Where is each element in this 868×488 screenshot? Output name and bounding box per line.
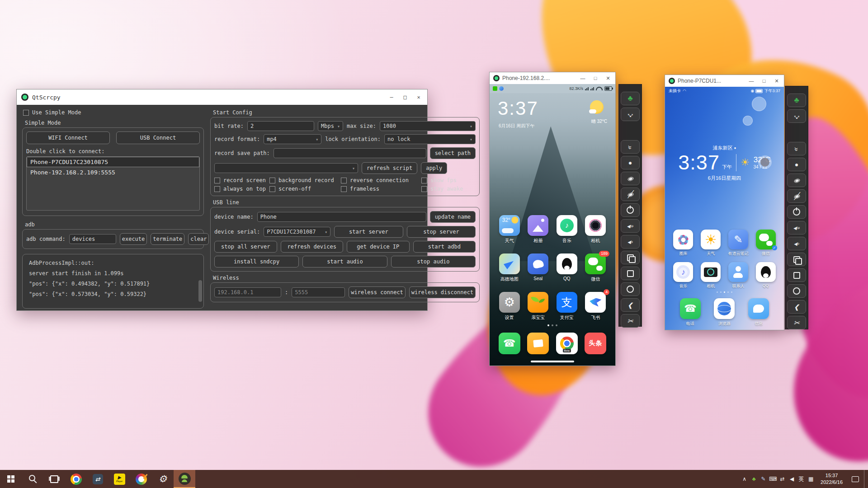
menu-button[interactable] [621,267,640,280]
expand-notification-button[interactable] [787,142,806,155]
checkbox-record-screen[interactable]: record screen [214,177,267,183]
device-list-item[interactable]: Phone-192.168.2.109:5555 [27,167,199,178]
app-Seal[interactable]: Seal [524,253,553,292]
script-combo[interactable]: ▾ [214,163,358,173]
screen-on-button[interactable] [787,174,806,187]
screen-on-button[interactable] [621,172,640,185]
app-toutiao[interactable]: 头条 [581,333,610,360]
close-button[interactable]: ✕ [770,76,783,86]
app-音乐[interactable]: 音乐 [552,215,581,253]
volume-up-button[interactable] [787,221,806,235]
app-图库[interactable]: 图库 [670,230,697,262]
stop-server-button[interactable]: stop server [407,226,476,238]
taskbar-start-button[interactable] [0,470,22,488]
app-天气[interactable]: 32°天气 [495,215,524,253]
tray-pen-icon[interactable]: ✎ [759,476,768,482]
minimize-button[interactable]: — [385,91,398,103]
screen-off-button[interactable] [621,188,640,201]
checkbox-frameless[interactable]: frameless [341,186,419,192]
home-button[interactable] [621,282,640,296]
app-天气[interactable]: 天气 [697,230,725,262]
device-name-input[interactable] [257,212,426,222]
checkbox-stay-awake[interactable]: stay awake [421,186,476,192]
wireless-connect-button[interactable]: wireless connect [349,286,406,298]
taskbar-search-button[interactable] [22,470,43,488]
app-chrome[interactable]: Beta [552,333,581,360]
phone1-titlebar[interactable]: Phone-192.168.2.... — □ ✕ [490,72,615,84]
refresh-script-button[interactable]: refresh script [362,162,417,174]
clear-button[interactable]: clear [188,233,209,245]
app-switch-button[interactable] [787,253,806,266]
ime-grid-icon[interactable]: ▦ [806,476,816,482]
volume-down-button[interactable] [621,235,640,249]
taskbar-potplayer-button[interactable]: Player [108,470,130,488]
taskbar-chrome-button[interactable] [65,470,87,488]
install-sndcpy-button[interactable]: install sndcpy [214,256,299,267]
group-control-button[interactable] [621,92,640,105]
refresh-devices-button[interactable]: refresh devices [281,241,344,253]
use-simple-mode-checkbox[interactable]: Use Simple Mode [23,109,204,116]
app-微信[interactable]: 189微信 [581,253,610,292]
app-微信[interactable]: ✓微信 [752,230,779,262]
phone2-titlebar[interactable]: Phone-P7CDU1... — □ ✕ [665,75,784,87]
update-name-button[interactable]: update name [430,211,476,223]
wireless-disconnect-button[interactable]: wireless disconnect [409,286,476,298]
lock-orientation-combo[interactable]: no lock ▾ [384,134,476,144]
tray-app-green-icon[interactable]: ♣ [749,476,759,482]
terminate-button[interactable]: terminate [151,233,184,245]
get-device-IP-button[interactable]: get device IP [347,241,410,253]
checkbox-always-on-top[interactable]: always on top [214,186,267,192]
checkbox-reverse-connection[interactable]: reverse connection [341,177,419,183]
app-switch-button[interactable] [621,251,640,264]
device-list[interactable]: Phone-P7CDU17C23010875Phone-192.168.2.10… [26,156,200,211]
assistive-ball[interactable] [758,155,772,169]
app-音乐[interactable]: 音乐 [670,262,697,295]
minimize-button[interactable]: — [576,73,589,83]
max-size-combo[interactable]: 1080 ▾ [380,121,476,131]
taskbar-task-view-button[interactable] [43,470,65,488]
action-center-icon[interactable] [848,476,863,482]
wifi-connect-button[interactable]: WIFI Connect [26,131,110,144]
checkbox-show-fps[interactable]: show fps [421,177,476,183]
taskbar-qtscrcpy-button[interactable] [174,470,195,488]
select-path-button[interactable]: select path [430,147,476,159]
tray-network-icon[interactable]: ⇄ [778,476,787,482]
maximize-button[interactable]: □ [398,91,412,103]
maximize-button[interactable]: □ [589,73,602,83]
scrollbar-thumb[interactable] [198,280,202,302]
taskbar-clock[interactable]: 15:37 2022/6/16 [816,472,847,486]
close-button[interactable]: ✕ [602,73,614,83]
record-save-path-input[interactable] [274,148,426,158]
full-screen-button[interactable] [621,108,640,121]
app-相机[interactable]: 相机 [697,262,725,295]
volume-down-button[interactable] [787,237,806,250]
power-button[interactable] [621,203,640,217]
apply-button[interactable]: apply [421,162,447,174]
app-信息[interactable]: 信息 [741,298,776,327]
back-button[interactable] [787,300,806,314]
screen-shot-button[interactable] [621,314,640,328]
hidden-icons-icon[interactable]: ∧ [740,476,749,482]
wireless-port-input[interactable] [292,287,345,297]
power-button[interactable] [787,205,806,219]
stop-audio-button[interactable]: stop audio [391,256,476,267]
tray-keyboard-icon[interactable]: ⌨ [768,476,778,482]
record-format-combo[interactable]: mp4 ▾ [264,134,321,144]
show-desktop-button[interactable] [864,470,867,488]
app-相机[interactable]: 相机 [581,215,610,253]
usb-connect-button[interactable]: USB Connect [116,131,200,144]
start-adbd-button[interactable]: start adbd [413,241,476,253]
bit-rate-input[interactable] [247,121,314,131]
maximize-button[interactable]: □ [758,76,770,86]
taskbar-settings-button[interactable] [152,470,174,488]
touch-button[interactable] [787,158,806,171]
app-电话[interactable]: 电话 [673,298,708,327]
app-浏览器[interactable]: 浏览器 [708,298,742,327]
screen-off-button[interactable] [787,189,806,203]
execute-button[interactable]: execute [120,233,147,245]
checkbox-screen-off[interactable]: screen-off [269,186,338,192]
tray-volume-icon[interactable]: ◀ [787,476,797,482]
volume-up-button[interactable] [621,219,640,233]
app-QQ[interactable]: QQ [752,262,779,295]
home-indicator[interactable] [531,361,574,362]
